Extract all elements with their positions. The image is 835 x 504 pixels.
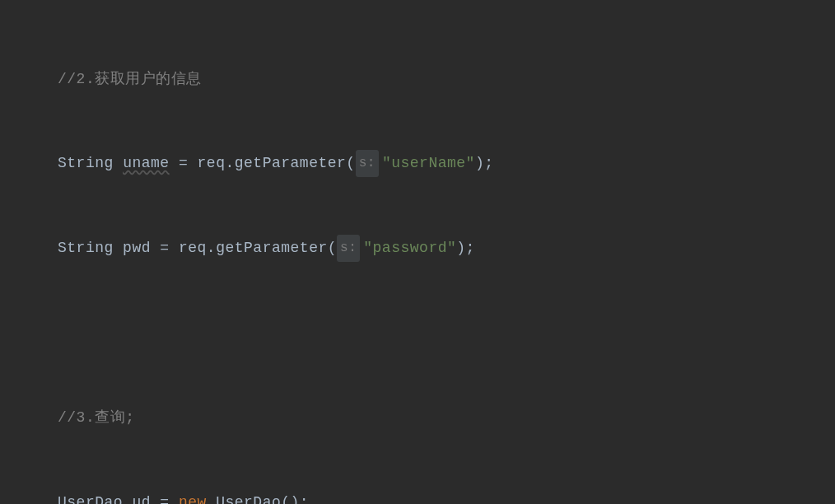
comment-text: //2.获取用户的信息 [58, 65, 202, 93]
code-text: ); [456, 234, 475, 262]
code-text: UserDao ud = [58, 488, 179, 504]
comment-text: //3.查询; [58, 404, 135, 432]
string-literal: "userName" [382, 149, 475, 177]
code-line[interactable]: String pwd = req.getParameter(s:"passwor… [0, 234, 835, 263]
code-line[interactable]: String uname = req.getParameter(s:"userN… [0, 149, 835, 178]
code-text: String pwd = req.getParameter( [58, 234, 337, 262]
code-line[interactable]: //2.获取用户的信息 [0, 64, 835, 93]
variable-name: uname [123, 149, 170, 177]
code-line[interactable]: //3.查询; [0, 404, 835, 432]
param-hint: s: [337, 235, 360, 261]
param-hint: s: [356, 150, 379, 176]
code-line[interactable] [0, 319, 835, 348]
code-editor[interactable]: //2.获取用户的信息 String uname = req.getParame… [0, 0, 835, 504]
keyword: new [179, 488, 207, 504]
code-line[interactable]: UserDao ud = new UserDao(); [0, 488, 835, 504]
code-text: String [58, 149, 123, 177]
code-text: = req.getParameter( [170, 149, 356, 177]
code-text: ); [475, 149, 494, 177]
string-literal: "password" [363, 234, 456, 262]
code-text: UserDao(); [207, 488, 309, 504]
